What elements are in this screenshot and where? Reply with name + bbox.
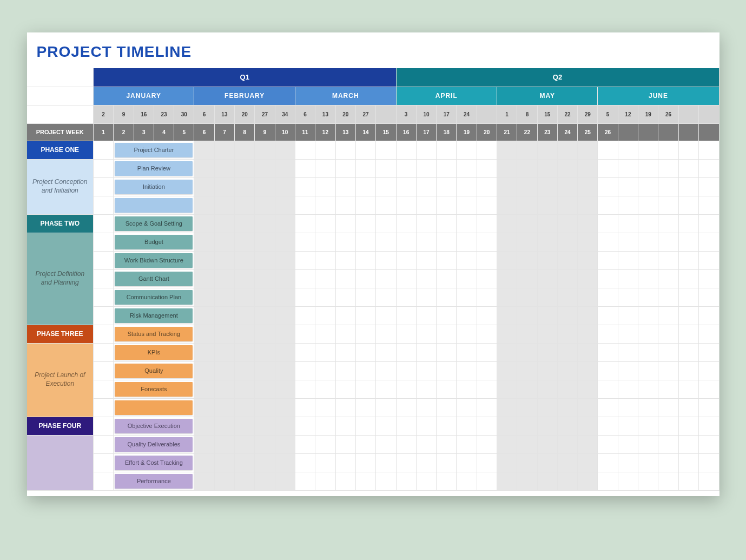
grid-cell[interactable] [255,159,275,177]
grid-cell[interactable] [214,141,234,159]
grid-cell[interactable] [698,288,719,306]
grid-cell[interactable] [698,214,719,233]
grid-cell[interactable] [437,214,457,233]
task-cell[interactable]: Status and Tracking [114,325,194,343]
grid-cell[interactable] [93,233,113,251]
grid-cell[interactable] [235,269,255,288]
grid-cell[interactable] [477,472,497,490]
grid-cell[interactable] [497,343,517,361]
grid-cell[interactable] [557,288,577,306]
grid-cell[interactable] [335,214,355,233]
grid-cell[interactable] [335,325,355,343]
grid-cell[interactable] [315,141,335,159]
grid-cell[interactable] [477,177,497,196]
grid-cell[interactable] [295,453,315,472]
grid-cell[interactable] [355,435,375,453]
grid-cell[interactable] [638,453,658,472]
grid-cell[interactable] [416,177,436,196]
grid-cell[interactable] [355,251,375,269]
grid-cell[interactable] [214,435,234,453]
grid-cell[interactable] [497,196,517,214]
grid-cell[interactable] [295,233,315,251]
grid-cell[interactable] [335,361,355,380]
grid-cell[interactable] [517,435,537,453]
grid-cell[interactable] [214,380,234,398]
grid-cell[interactable] [255,435,275,453]
grid-cell[interactable] [235,306,255,325]
grid-cell[interactable] [678,435,698,453]
grid-cell[interactable] [638,343,658,361]
grid-cell[interactable] [658,361,678,380]
grid-cell[interactable] [335,269,355,288]
grid-cell[interactable] [396,417,416,435]
grid-cell[interactable] [396,233,416,251]
grid-cell[interactable] [355,343,375,361]
grid-cell[interactable] [437,343,457,361]
grid-cell[interactable] [275,196,295,214]
grid-cell[interactable] [396,361,416,380]
grid-cell[interactable] [598,472,618,490]
grid-cell[interactable] [557,159,577,177]
grid-cell[interactable] [698,159,719,177]
grid-cell[interactable] [497,306,517,325]
task-cell[interactable]: Quality Deliverables [114,435,194,453]
grid-cell[interactable] [275,472,295,490]
grid-cell[interactable] [295,306,315,325]
grid-cell[interactable] [255,214,275,233]
grid-cell[interactable] [255,233,275,251]
grid-cell[interactable] [638,233,658,251]
grid-cell[interactable] [618,306,638,325]
grid-cell[interactable] [618,380,638,398]
grid-cell[interactable] [638,472,658,490]
grid-cell[interactable] [295,159,315,177]
grid-cell[interactable] [355,177,375,196]
grid-cell[interactable] [437,177,457,196]
grid-cell[interactable] [497,233,517,251]
grid-cell[interactable] [437,453,457,472]
grid-cell[interactable] [437,141,457,159]
grid-cell[interactable] [638,177,658,196]
grid-cell[interactable] [416,288,436,306]
grid-cell[interactable] [537,398,557,417]
grid-cell[interactable] [578,306,598,325]
grid-cell[interactable] [376,398,396,417]
task-cell[interactable]: Initiation [114,177,194,196]
grid-cell[interactable] [698,380,719,398]
grid-cell[interactable] [295,380,315,398]
grid-cell[interactable] [557,435,577,453]
grid-cell[interactable] [557,472,577,490]
grid-cell[interactable] [537,269,557,288]
grid-cell[interactable] [93,435,113,453]
grid-cell[interactable] [335,141,355,159]
task-bar[interactable]: Budget [115,235,193,249]
grid-cell[interactable] [335,251,355,269]
grid-cell[interactable] [355,417,375,435]
grid-cell[interactable] [537,361,557,380]
task-cell[interactable]: Plan Review [114,159,194,177]
grid-cell[interactable] [376,361,396,380]
grid-cell[interactable] [678,177,698,196]
grid-cell[interactable] [477,196,497,214]
task-cell[interactable]: Objective Execution [114,417,194,435]
grid-cell[interactable] [255,361,275,380]
task-bar[interactable]: Initiation [115,180,193,194]
grid-cell[interactable] [658,159,678,177]
grid-cell[interactable] [678,398,698,417]
grid-cell[interactable] [396,214,416,233]
grid-cell[interactable] [295,417,315,435]
grid-cell[interactable] [194,251,214,269]
grid-cell[interactable] [255,325,275,343]
grid-cell[interactable] [295,435,315,453]
grid-cell[interactable] [557,325,577,343]
grid-cell[interactable] [497,288,517,306]
grid-cell[interactable] [638,435,658,453]
grid-cell[interactable] [678,453,698,472]
grid-cell[interactable] [618,472,638,490]
grid-cell[interactable] [477,398,497,417]
grid-cell[interactable] [557,398,577,417]
grid-cell[interactable] [235,435,255,453]
grid-cell[interactable] [698,472,719,490]
grid-cell[interactable] [698,343,719,361]
grid-cell[interactable] [698,306,719,325]
grid-cell[interactable] [275,141,295,159]
